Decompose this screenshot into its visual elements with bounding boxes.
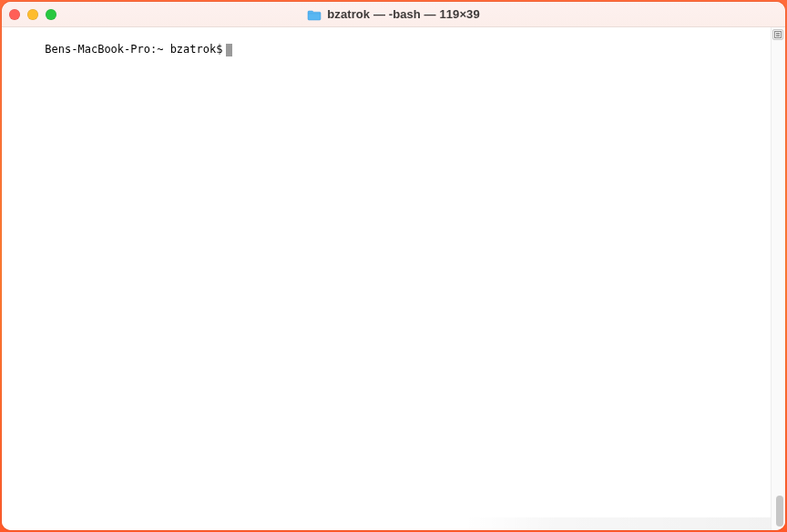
shell-prompt: Bens-MacBook-Pro:~ bzatrok$: [45, 43, 222, 56]
text-cursor: [226, 44, 232, 56]
home-folder-icon: [307, 8, 322, 20]
traffic-lights: [9, 9, 56, 20]
window-titlebar[interactable]: bzatrok — -bash — 119×39: [2, 2, 785, 27]
zoom-button[interactable]: [46, 9, 56, 20]
terminal-viewport[interactable]: Bens-MacBook-Pro:~ bzatrok$: [2, 27, 771, 530]
prompt-line: Bens-MacBook-Pro:~ bzatrok$: [45, 43, 232, 56]
vertical-scrollbar[interactable]: [771, 27, 785, 530]
close-button[interactable]: [9, 9, 20, 20]
scrollbar-thumb[interactable]: [776, 496, 783, 527]
title-container: bzatrok — -bash — 119×39: [2, 7, 785, 21]
scroll-lock-icon[interactable]: [772, 29, 783, 40]
window-title: bzatrok — -bash — 119×39: [327, 7, 480, 21]
minimize-button[interactable]: [27, 9, 38, 20]
terminal-window: bzatrok — -bash — 119×39 Bens-MacBook-Pr…: [2, 2, 785, 530]
content-wrap: Bens-MacBook-Pro:~ bzatrok$: [2, 27, 785, 530]
